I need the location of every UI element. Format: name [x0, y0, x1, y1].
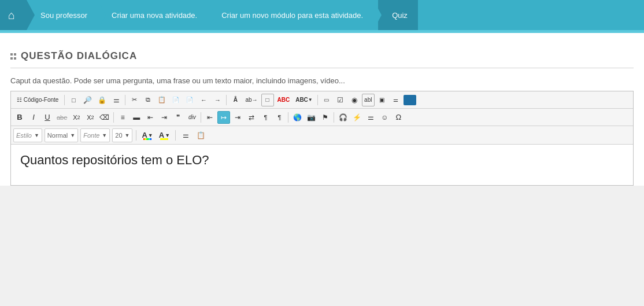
replace-button[interactable]: ab→: [243, 94, 260, 106]
breadcrumb-novo-modulo[interactable]: Criar um novo módulo para esta atividade…: [208, 0, 373, 30]
copy-button[interactable]: ⧉: [142, 94, 154, 106]
sep-fmt-3: [288, 112, 288, 123]
radio-button[interactable]: ◉: [348, 94, 361, 106]
breadcrumb-quiz-label: Quiz: [392, 11, 408, 20]
spellcheck2-button[interactable]: ABC▼: [293, 94, 315, 106]
superscript-button[interactable]: X2: [84, 111, 97, 124]
section-title-bar: QUESTÃO DIALÓGICA: [10, 43, 634, 68]
sep-fmt-1: [113, 112, 114, 123]
rtl-button[interactable]: ¶: [273, 111, 286, 124]
breadcrumb-nova-atividade-label: Criar uma nova atividade.: [112, 11, 197, 20]
breadcrumb-novo-modulo-label: Criar um novo módulo para esta atividade…: [221, 11, 363, 20]
normal-label: Normal: [47, 132, 68, 139]
indent-button[interactable]: ⇥: [158, 111, 171, 124]
format1-button[interactable]: ▭: [320, 94, 333, 106]
align-justify-button[interactable]: ⇄: [245, 111, 258, 124]
div-button[interactable]: div: [186, 111, 198, 124]
breadcrumb-home[interactable]: ⌂: [0, 0, 27, 30]
size-arrow: ▼: [125, 132, 130, 138]
find-button[interactable]: Â: [229, 94, 242, 106]
size-label: 20: [115, 132, 122, 139]
emoji-button[interactable]: ☺: [378, 111, 391, 124]
blue-bar-button[interactable]: [404, 95, 416, 105]
source-code-label: Código-Fonte: [24, 97, 59, 103]
editor-body[interactable]: Quantos repositórios tem o ELO?: [11, 145, 633, 185]
maximize-button[interactable]: □: [67, 94, 80, 106]
section-title-icon: [10, 53, 16, 60]
editor-content: Quantos repositórios tem o ELO?: [20, 153, 624, 168]
sep-4: [317, 95, 318, 105]
description-text: Caput da questão. Pode ser uma pergunta,…: [10, 68, 634, 91]
breadcrumb-nav: ⌂ Sou professor Criar uma nova atividade…: [0, 0, 644, 30]
paste-word-button[interactable]: 📄: [183, 94, 196, 106]
search-button[interactable]: 🔎: [81, 94, 94, 106]
flash-button[interactable]: ⚡: [350, 111, 363, 124]
strikethrough-button[interactable]: abe: [55, 111, 69, 124]
omega-button[interactable]: Ω: [392, 111, 405, 124]
breadcrumb-nova-atividade[interactable]: Criar uma nova atividade.: [98, 0, 208, 30]
flag-button[interactable]: ⚑: [319, 111, 331, 124]
format-dropdown[interactable]: Normal ▼: [45, 128, 78, 142]
lock-button[interactable]: 🔒: [95, 94, 109, 106]
ordered-list-button[interactable]: ≡: [116, 111, 129, 124]
text-color-button[interactable]: A ▼: [140, 129, 154, 142]
ltr-button[interactable]: ¶: [259, 111, 272, 124]
breadcrumb-quiz[interactable]: Quiz: [378, 0, 418, 30]
table2-button[interactable]: ⚌: [390, 94, 402, 106]
page-content: QUESTÃO DIALÓGICA Caput da questão. Pode…: [0, 33, 644, 186]
bold-button[interactable]: B: [13, 111, 26, 124]
toolbar-row-2: B I U abe X2 X2 ⌫ ≡ ▬ ⇤ ⇥ ❞ div ⇤ ↦ ⇥ ⇄ …: [11, 109, 633, 126]
underline-button[interactable]: U: [41, 111, 54, 124]
styles-button[interactable]: ⚌: [179, 129, 192, 142]
link-button[interactable]: 🌎: [291, 111, 304, 124]
style-dropdown[interactable]: Estilo ▼: [13, 128, 42, 142]
blockquote-button[interactable]: ❞: [172, 111, 184, 124]
sep-fmt-4: [334, 112, 334, 123]
align-center-button[interactable]: ↦: [217, 111, 230, 124]
breadcrumb-professor[interactable]: Sou professor: [27, 0, 98, 30]
eraser-button[interactable]: ⌫: [98, 111, 111, 124]
cut-button[interactable]: ✂: [128, 94, 140, 106]
sep-2: [125, 95, 125, 105]
format-arrow: ▼: [70, 132, 75, 138]
outdent-button[interactable]: ⇤: [144, 111, 157, 124]
select-all-button[interactable]: □: [261, 94, 274, 106]
subscript-button[interactable]: X2: [70, 111, 83, 124]
font-arrow: ▼: [102, 132, 107, 138]
sep-3: [226, 95, 227, 105]
checkbox-button[interactable]: ☑: [334, 94, 347, 106]
source-code-button[interactable]: ☷ Código-Fonte: [13, 94, 62, 106]
highlight-color-button[interactable]: A ▼: [157, 129, 172, 142]
table-button[interactable]: ⚌: [110, 94, 123, 106]
table3-button[interactable]: ⚌: [364, 111, 377, 124]
media-button[interactable]: 🎧: [336, 111, 349, 124]
style-arrow: ▼: [34, 132, 39, 138]
breadcrumb-professor-label: Sou professor: [40, 11, 87, 20]
font-dropdown[interactable]: Fonte ▼: [80, 128, 110, 142]
undo-button[interactable]: ←: [197, 94, 210, 106]
section-title: QUESTÃO DIALÓGICA: [21, 50, 137, 62]
spellcheck-button[interactable]: ABC: [275, 94, 293, 106]
sep-s-2: [175, 130, 176, 141]
unordered-list-button[interactable]: ▬: [130, 111, 143, 124]
italic-button[interactable]: I: [27, 111, 40, 124]
image-button[interactable]: 📷: [305, 111, 317, 124]
align-right-button[interactable]: ⇥: [231, 111, 244, 124]
home-icon: ⌂: [8, 9, 15, 22]
img-button[interactable]: ▣: [376, 94, 388, 106]
copy-format-button[interactable]: 📋: [194, 129, 207, 142]
toolbar-row-3: Estilo ▼ Normal ▼ Fonte ▼ 20 ▼ A ▼ A: [11, 126, 633, 145]
sep-fmt-2: [201, 112, 201, 123]
editor-container: ☷ Código-Fonte □ 🔎 🔒 ⚌ ✂ ⧉ 📋 📄 📄 ← → Â …: [10, 91, 634, 186]
size-dropdown[interactable]: 20 ▼: [112, 128, 132, 142]
sep-1: [64, 95, 65, 105]
paste-button[interactable]: 📋: [156, 94, 168, 106]
style-label: Estilo: [16, 132, 32, 139]
abl-button[interactable]: abl: [362, 94, 375, 106]
redo-button[interactable]: →: [211, 94, 224, 106]
paste-text-button[interactable]: 📄: [169, 94, 182, 106]
fonte-label: Fonte: [83, 132, 99, 139]
align-left-button[interactable]: ⇤: [203, 111, 216, 124]
sep-s-1: [136, 130, 136, 141]
toolbar-row-1: ☷ Código-Fonte □ 🔎 🔒 ⚌ ✂ ⧉ 📋 📄 📄 ← → Â …: [11, 91, 633, 109]
